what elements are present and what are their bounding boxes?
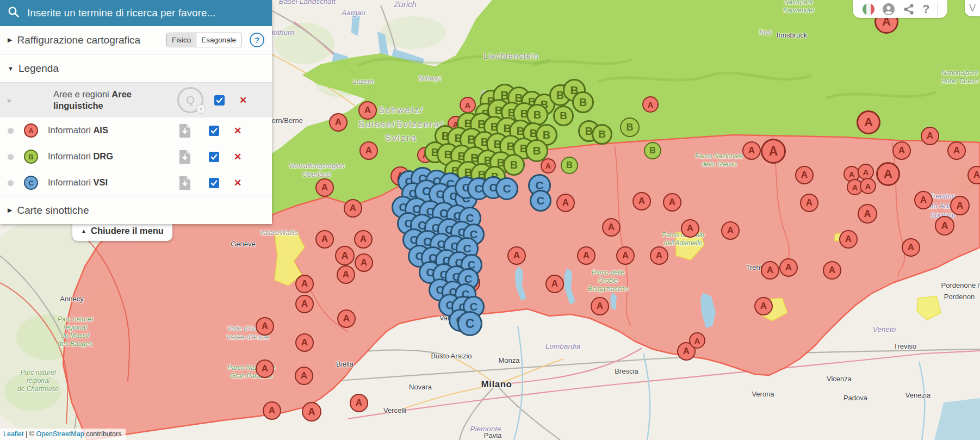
map-marker-a[interactable]: A <box>860 178 876 194</box>
map-marker-a[interactable]: A <box>344 199 362 218</box>
expander-icon[interactable]: ▶ <box>8 97 20 103</box>
logo-box[interactable]: V <box>965 0 980 16</box>
map-marker-a[interactable]: A <box>295 367 313 385</box>
language-flag-icon[interactable] <box>863 3 874 15</box>
map-marker-b[interactable]: B <box>644 142 661 159</box>
legend-row-ais: A Informatori AIS ✕ <box>0 117 272 144</box>
map-marker-a[interactable]: A <box>650 246 668 265</box>
map-marker-a[interactable]: A <box>337 309 356 328</box>
search-input[interactable] <box>26 7 264 20</box>
map-marker-a[interactable]: A <box>329 113 348 132</box>
map-marker-c[interactable]: C <box>457 311 482 336</box>
map-marker-c[interactable]: C <box>495 177 518 200</box>
remove-layer-icon[interactable]: ✕ <box>232 151 243 163</box>
map-marker-a[interactable]: A <box>545 275 564 293</box>
map-marker-a[interactable]: A <box>295 295 314 313</box>
map-marker-b[interactable]: B <box>553 106 574 126</box>
map-marker-a[interactable]: A <box>839 230 858 249</box>
map-marker-a[interactable]: A <box>779 258 798 277</box>
map-marker-a[interactable]: A <box>947 141 966 160</box>
map-marker-b[interactable]: B <box>525 139 548 162</box>
map-marker-b[interactable]: B <box>503 154 525 176</box>
remove-layer-icon[interactable]: ✕ <box>232 125 243 137</box>
leaflet-link[interactable]: Leaflet <box>3 430 24 438</box>
zoom-to-layer-icon[interactable]: Q✕ <box>171 87 210 113</box>
map-marker-a[interactable]: A <box>358 101 377 120</box>
map-marker-a[interactable]: A <box>263 401 281 420</box>
map-marker-b[interactable]: B <box>572 91 594 113</box>
map-marker-a[interactable]: A <box>302 402 321 422</box>
map-marker-a[interactable]: A <box>754 297 773 315</box>
map-marker-a[interactable]: A <box>642 96 659 113</box>
bullet-icon <box>8 154 20 160</box>
help-icon[interactable]: ? <box>922 2 929 16</box>
osm-link[interactable]: OpenStreetMap <box>36 430 84 438</box>
map-marker-a[interactable]: A <box>295 275 314 293</box>
map-marker-a[interactable]: A <box>689 332 705 349</box>
map-marker-a[interactable]: A <box>876 162 900 186</box>
close-menu-label: Chiudere il menu <box>91 226 164 236</box>
map-marker-a[interactable]: A <box>823 261 841 280</box>
map-marker-a[interactable]: A <box>935 216 954 236</box>
map-marker-a[interactable]: A <box>721 221 740 240</box>
map-marker-a[interactable]: A <box>858 204 877 224</box>
map-marker-a[interactable]: A <box>800 194 818 212</box>
map-marker-a[interactable]: A <box>541 158 556 173</box>
top-toolbar: ? <box>853 0 947 18</box>
map-marker-c[interactable]: C <box>530 190 551 212</box>
map-marker-b[interactable]: B <box>561 157 578 174</box>
map-marker-a[interactable]: A <box>335 246 355 265</box>
map-marker-a[interactable]: A <box>681 219 699 238</box>
remove-layer-icon[interactable]: ✕ <box>238 95 249 106</box>
toggle-esagonale[interactable]: Esagonale <box>196 33 241 47</box>
map-marker-a[interactable]: A <box>577 246 596 265</box>
section-legend[interactable]: ▼ Legenda <box>0 54 272 83</box>
map-marker-a[interactable]: A <box>591 297 609 315</box>
remove-layer-icon[interactable]: ✕ <box>232 177 243 189</box>
map-marker-a[interactable]: A <box>315 230 334 249</box>
map-marker-b[interactable]: B <box>620 117 640 137</box>
download-icon[interactable] <box>165 123 204 138</box>
map-marker-a[interactable]: A <box>256 360 274 378</box>
layer-checkbox[interactable] <box>209 126 219 136</box>
toggle-fisico[interactable]: Fisico <box>167 33 196 47</box>
share-icon[interactable] <box>903 3 915 15</box>
layer-checkbox[interactable] <box>209 178 219 188</box>
map-marker-a[interactable]: A <box>902 238 920 257</box>
chevron-right-icon: ▶ <box>8 207 12 214</box>
map-marker-a[interactable]: A <box>616 246 635 265</box>
map-marker-a[interactable]: A <box>507 246 526 265</box>
map-marker-a[interactable]: A <box>350 394 368 412</box>
map-marker-a[interactable]: A <box>632 192 651 210</box>
map-marker-a[interactable]: A <box>892 141 911 160</box>
map-marker-a[interactable]: A <box>256 317 274 336</box>
map-marker-a[interactable]: A <box>761 261 779 280</box>
map-marker-a[interactable]: A <box>921 127 939 145</box>
layer-checkbox[interactable] <box>214 95 225 106</box>
download-icon[interactable] <box>165 150 204 164</box>
help-circle-icon[interactable]: ? <box>250 33 264 47</box>
map-marker-a[interactable]: A <box>950 196 970 215</box>
map-marker-a[interactable]: A <box>295 333 314 352</box>
map-marker-a[interactable]: A <box>556 194 575 212</box>
map-marker-a[interactable]: A <box>355 253 373 272</box>
download-icon[interactable] <box>165 176 204 190</box>
map-marker-a[interactable]: A <box>315 178 334 197</box>
map-marker-a[interactable]: A <box>337 265 355 284</box>
user-icon[interactable] <box>882 3 895 16</box>
map-marker-a[interactable]: A <box>359 141 378 160</box>
map-marker-a[interactable]: A <box>742 141 761 160</box>
map-marker-a[interactable]: A <box>663 193 681 212</box>
section-cartography[interactable]: ▶ Raffigurazione cartografica Fisico Esa… <box>0 26 272 54</box>
map-marker-a[interactable]: A <box>460 97 476 113</box>
map-marker-b[interactable]: B <box>592 124 612 145</box>
map-marker-a[interactable]: A <box>761 139 786 164</box>
map-marker-a[interactable]: A <box>795 166 814 184</box>
map-marker-a[interactable]: A <box>602 218 621 237</box>
chevron-right-icon: ▶ <box>8 36 12 44</box>
map-marker-a[interactable]: A <box>857 110 880 134</box>
section-synoptic[interactable]: ▶ Carte sinottiche <box>0 196 272 224</box>
map-marker-a[interactable]: A <box>354 230 373 249</box>
layer-checkbox[interactable] <box>209 152 219 162</box>
map-marker-a[interactable]: A <box>914 191 933 209</box>
